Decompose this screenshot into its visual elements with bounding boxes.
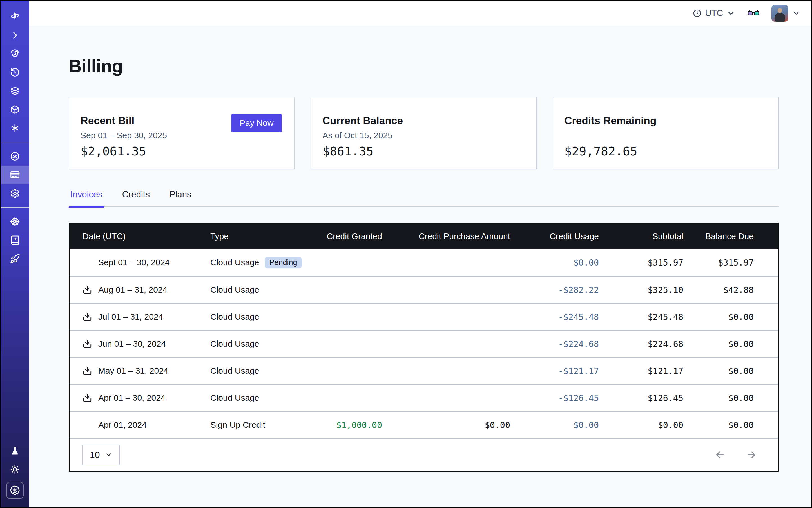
- cell-balance-due: $0.00: [683, 393, 754, 403]
- sidebar-item-billing[interactable]: [1, 166, 29, 184]
- cell-subtotal: $315.97: [599, 258, 683, 267]
- invoice-date: Aug 01 – 31, 2024: [98, 285, 167, 295]
- invoice-type-cell: Cloud Usage: [210, 339, 312, 349]
- sidebar-item-theme-toggle[interactable]: [1, 460, 29, 479]
- arrow-right-icon[interactable]: [746, 449, 757, 460]
- timezone-label: UTC: [705, 8, 723, 18]
- sidebar: [1, 1, 29, 507]
- card-title: Credits Remaining: [564, 115, 767, 127]
- sidebar-item-monitoring[interactable]: [1, 44, 29, 63]
- tab-invoices[interactable]: Invoices: [69, 188, 104, 206]
- invoice-date-cell: May 01 – 31, 2024: [70, 366, 210, 376]
- cell-credit-usage: $0.00: [510, 258, 599, 267]
- tab-credits[interactable]: Credits: [121, 188, 152, 206]
- credits-remaining-card: Credits Remaining $29,782.65: [553, 97, 779, 169]
- invoice-date-cell: Jun 01 – 30, 2024: [70, 339, 210, 349]
- asterisk-icon: [10, 123, 20, 133]
- current-balance-amount: $861.35: [323, 144, 373, 158]
- invoice-type-cell: Sign Up Credit: [210, 420, 312, 430]
- sidebar-item-layers[interactable]: [1, 82, 29, 100]
- pay-now-button[interactable]: Pay Now: [231, 114, 282, 132]
- table-row: Sept 01 – 30, 2024 Cloud Usage Pending $…: [70, 249, 778, 276]
- cell-credit-usage: -$126.45: [510, 393, 599, 403]
- cell-subtotal: $224.68: [599, 339, 683, 349]
- table-row: Aug 01 – 31, 2024 Cloud Usage -$282.22 $…: [70, 276, 778, 303]
- download-icon[interactable]: [83, 339, 92, 349]
- invoice-date-cell: Jul 01 – 31, 2024: [70, 312, 210, 322]
- invoice-date-cell: Sept 01 – 30, 2024: [70, 258, 210, 267]
- invoice-date: Apr 01 – 30, 2024: [98, 393, 166, 403]
- cube-icon: [10, 104, 20, 115]
- layers-icon: [10, 86, 20, 96]
- sidebar-item-credits[interactable]: [6, 481, 24, 499]
- account-menu[interactable]: [771, 5, 800, 22]
- column-header-credit-granted: Credit Granted: [312, 231, 382, 241]
- arrow-left-icon[interactable]: [714, 449, 726, 460]
- dollar-badge-icon: [10, 485, 20, 495]
- logo[interactable]: [1, 7, 29, 26]
- gauge-icon: [10, 151, 20, 161]
- chevron-right-icon: [10, 30, 20, 40]
- invoice-date: Sept 01 – 30, 2024: [98, 258, 170, 267]
- tab-plans[interactable]: Plans: [168, 188, 193, 206]
- invoice-date: Jun 01 – 30, 2024: [98, 339, 166, 349]
- recent-bill-card: Recent Bill Sep 01 – Sep 30, 2025 $2,061…: [69, 97, 295, 169]
- sidebar-item-history[interactable]: [1, 63, 29, 82]
- download-icon[interactable]: [83, 312, 92, 322]
- sidebar-item-services[interactable]: [1, 100, 29, 119]
- download-icon[interactable]: [83, 393, 92, 403]
- user-avatar: [771, 5, 788, 22]
- recent-bill-amount: $2,061.35: [81, 144, 146, 158]
- table-pagination: 10: [70, 438, 778, 471]
- invoice-date-cell: Aug 01 – 31, 2024: [70, 285, 210, 295]
- invoices-table: Date (UTC) Type Credit Granted Credit Pu…: [69, 223, 779, 472]
- sidebar-divider: [1, 207, 29, 208]
- sun-icon: [10, 464, 20, 474]
- sidebar-item-usage[interactable]: [1, 147, 29, 166]
- billing-page: Billing Recent Bill Sep 01 – Sep 30, 202…: [29, 27, 811, 507]
- cell-balance-due: $315.97: [683, 258, 754, 267]
- sidebar-item-labs[interactable]: [1, 441, 29, 460]
- spiral-icon: [10, 49, 20, 59]
- sidebar-item-settings[interactable]: [1, 184, 29, 203]
- download-icon[interactable]: [83, 285, 92, 295]
- page-title: Billing: [69, 56, 779, 77]
- page-size-select[interactable]: 10: [83, 444, 120, 465]
- cell-subtotal: $245.48: [599, 312, 683, 322]
- column-header-subtotal: Subtotal: [599, 231, 683, 241]
- summary-cards: Recent Bill Sep 01 – Sep 30, 2025 $2,061…: [69, 97, 779, 169]
- rocket-icon: [10, 254, 20, 264]
- cell-credit-usage: -$224.68: [510, 339, 599, 349]
- cell-credit-usage: $0.00: [510, 420, 599, 430]
- invoice-date-cell: Apr 01 – 30, 2024: [70, 393, 210, 403]
- cell-subtotal: $126.45: [599, 393, 683, 403]
- docs-icon: [10, 235, 20, 245]
- sidebar-item-integrations[interactable]: [1, 119, 29, 137]
- billing-tabs: Invoices Credits Plans: [69, 188, 779, 207]
- table-row: May 01 – 31, 2024 Cloud Usage -$121.17 $…: [70, 357, 778, 384]
- current-balance-card: Current Balance As of Oct 15, 2025 $861.…: [310, 97, 537, 169]
- page-size-value: 10: [90, 450, 100, 460]
- invoice-type: Cloud Usage: [210, 285, 259, 295]
- invoice-type: Cloud Usage: [210, 312, 259, 322]
- reader-mode-button[interactable]: [747, 7, 760, 19]
- logo-icon: [10, 11, 20, 22]
- cell-credit-usage: -$282.22: [510, 285, 599, 295]
- sidebar-item-expand[interactable]: [1, 26, 29, 44]
- table-row: Apr 01 – 30, 2024 Cloud Usage -$126.45 $…: [70, 384, 778, 411]
- sidebar-bottom-group: [1, 441, 29, 500]
- table-header: Date (UTC) Type Credit Granted Credit Pu…: [70, 223, 778, 249]
- download-icon[interactable]: [83, 366, 92, 376]
- cell-balance-due: $0.00: [683, 366, 754, 376]
- main-area: UTC Billing: [29, 1, 811, 507]
- timezone-selector[interactable]: UTC: [693, 8, 735, 18]
- table-row: Jun 01 – 30, 2024 Cloud Usage -$224.68 $…: [70, 330, 778, 357]
- cell-subtotal: $121.17: [599, 366, 683, 376]
- cell-credit-usage: -$121.17: [510, 366, 599, 376]
- chevron-down-icon: [105, 451, 112, 458]
- invoice-date-cell: Apr 01, 2024: [70, 420, 210, 430]
- sidebar-item-getting-started[interactable]: [1, 250, 29, 268]
- sidebar-item-support[interactable]: [1, 212, 29, 231]
- topbar: UTC: [29, 1, 811, 27]
- sidebar-item-docs[interactable]: [1, 231, 29, 250]
